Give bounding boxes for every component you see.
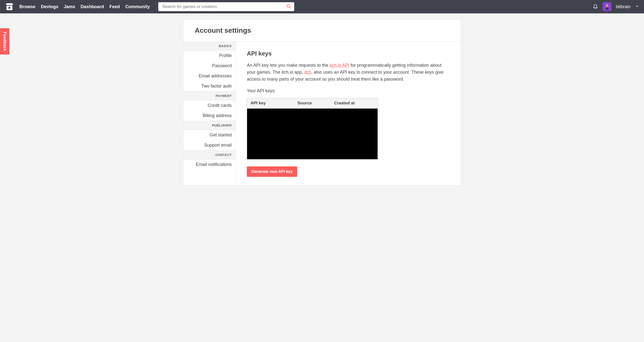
col-created-at: Created at [331,98,378,108]
sidebar-item-profile[interactable]: Profile [183,50,236,61]
settings-sidebar: BASICS Profile Password Email addresses … [183,42,236,185]
table-row [247,108,378,160]
api-keys-table: API key Source Created at [247,98,378,160]
notifications-icon[interactable] [593,4,598,10]
col-api-key: API key [247,98,294,108]
svg-point-2 [287,4,290,8]
sidebar-item-credit-cards[interactable]: Credit cards [183,100,236,110]
itch-logo-icon[interactable] [5,2,14,11]
sidebar-header-publisher: PUBLISHER [183,121,236,130]
link-itchio-api[interactable]: itch.io API [330,63,349,68]
content-heading: API keys [247,50,450,57]
redacted-keys-block [247,109,378,159]
main-header: Browse Devlogs Jams Dashboard Feed Commu… [0,0,644,14]
page-title: Account settings [195,26,449,34]
api-description: An API key lets you make requests to the… [247,62,450,83]
sidebar-item-get-started[interactable]: Get started [183,130,236,140]
sidebar-item-billing-address[interactable]: Billing address [183,110,236,121]
sidebar-item-support-email[interactable]: Support email [183,140,236,150]
nav-community[interactable]: Community [125,4,150,10]
link-itch-app[interactable]: itch [304,70,311,75]
nav-links: Browse Devlogs Jams Dashboard Feed Commu… [19,4,150,10]
nav-jams[interactable]: Jams [64,4,75,10]
settings-container: Account settings BASICS Profile Password… [183,19,461,186]
header-right: bitbrain [593,2,639,11]
avatar[interactable] [602,2,612,11]
feedback-tab[interactable]: Feedback [0,28,10,54]
sidebar-item-email-addresses[interactable]: Email addresses [183,71,236,81]
your-api-keys-label: Your API keys: [247,88,450,94]
svg-line-3 [290,7,290,8]
svg-rect-1 [9,6,10,7]
search-wrap [158,2,294,11]
svg-rect-0 [8,7,10,9]
sidebar-item-password[interactable]: Password [183,61,236,71]
nav-devlogs[interactable]: Devlogs [41,4,58,10]
desc-text-1: An API key lets you make requests to the [247,63,330,68]
sidebar-item-two-factor-auth[interactable]: Two factor auth [183,81,236,91]
username-label[interactable]: bitbrain [616,4,630,10]
page-header: Account settings [183,20,461,42]
sidebar-item-email-notifications[interactable]: Email notifications [183,160,236,170]
nav-dashboard[interactable]: Dashboard [80,4,104,10]
sidebar-header-payment: PAYMENT [183,91,236,100]
chevron-down-icon[interactable] [635,4,639,9]
search-input[interactable] [158,2,294,11]
sidebar-header-basics: BASICS [183,42,236,50]
nav-browse[interactable]: Browse [19,4,36,10]
generate-key-button[interactable]: Generate new API key [247,166,297,177]
sidebar-header-contact: CONTACT [183,150,236,160]
content-area: API keys An API key lets you make reques… [236,42,461,185]
col-source: Source [294,98,331,108]
nav-feed[interactable]: Feed [110,4,120,10]
search-icon[interactable] [286,4,291,10]
settings-body: BASICS Profile Password Email addresses … [183,42,461,185]
svg-rect-5 [606,8,608,10]
